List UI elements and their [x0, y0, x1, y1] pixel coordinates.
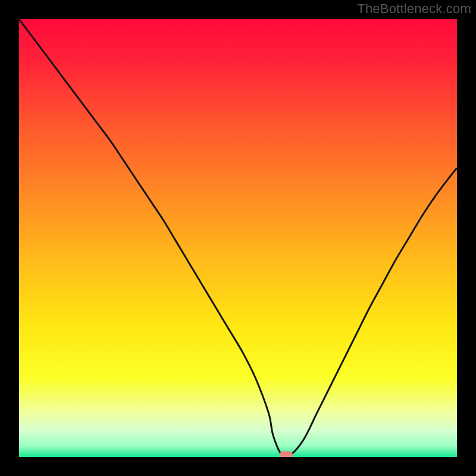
- watermark-label: TheBottleneck.com: [357, 1, 471, 17]
- chart-container: TheBottleneck.com: [0, 0, 476, 476]
- plot-area: [19, 19, 457, 457]
- gradient-background: [19, 19, 457, 457]
- bottleneck-chart: [19, 19, 457, 457]
- optimal-marker: [280, 451, 293, 457]
